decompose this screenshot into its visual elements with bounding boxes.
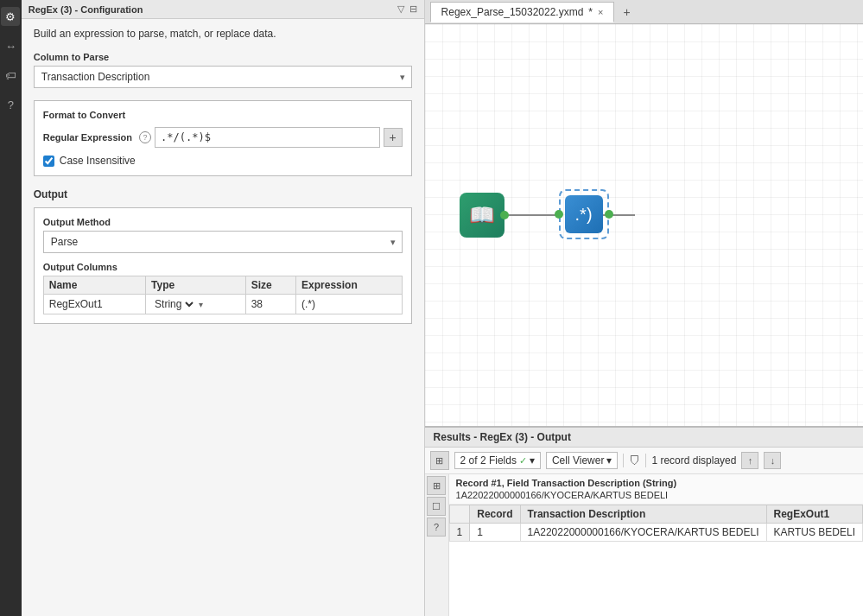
results-panel: Results - RegEx (3) - Output ⊞ 2 of 2 Fi… [425,426,863,616]
output-method-select[interactable]: Parse [43,231,403,253]
cell-viewer-dropdown[interactable]: Cell Viewer ▾ [546,452,618,469]
tag-icon[interactable]: 🏷 [1,66,20,85]
output-columns-table: Name Type Size Expression RegExOut1 Stri… [43,276,403,314]
type-select: String [151,297,196,311]
case-insensitive-checkbox[interactable] [43,156,54,167]
canvas-area[interactable]: 📖 .*) [425,24,863,426]
toolbar-separator-2 [645,454,646,467]
nav-down-button[interactable]: ↓ [764,452,781,469]
output-label: Output [34,188,412,200]
output-row-expression: (.*) [296,295,403,314]
column-section: Column to Parse Transaction Description … [34,52,412,88]
output-columns-label: Output Columns [43,262,403,272]
fields-check-icon: ✓ [519,455,527,467]
config-description: Build an expression to parse, match, or … [34,28,412,40]
record-count: 1 record displayed [651,454,736,467]
tab-modified-indicator: * [588,6,593,18]
regex-node-right-connector [605,210,613,219]
toolbar-separator-1 [623,454,624,467]
help-icon[interactable]: ? [1,95,20,114]
right-panel: Regex_Parse_15032022.yxmd * × + 📖 .*) [425,0,863,616]
preview-value: 1A22022000000166/KYOCERA/KARTUS BEDELI [456,490,856,500]
results-col-record: Record [470,505,520,524]
output-section: Output Output Method Parse ▾ Output Colu… [34,188,412,324]
row-regexout: KARTUS BEDELI [766,524,862,542]
case-insensitive-label[interactable]: Case Insensitive [60,155,136,167]
regex-node-icon: .*) [565,195,603,233]
regex-add-button[interactable]: + [384,128,403,147]
col-header-name: Name [43,276,145,295]
nav-up-button[interactable]: ↑ [741,452,758,469]
row-number: 1 [449,524,470,542]
config-panel: RegEx (3) - Configuration ▽ ⊟ Build an e… [22,0,425,616]
output-method-label: Output Method [43,217,403,227]
results-left-icons: ⊞ ☐ ? [425,474,449,616]
cell-viewer-arrow: ▾ [606,454,612,467]
cell-viewer-label: Cell Viewer [552,454,604,467]
results-icon-3[interactable]: ? [427,518,446,537]
results-col-transaction: Transaction Description [520,505,766,524]
input-node[interactable]: 📖 [460,193,504,238]
results-header: Results - RegEx (3) - Output [425,428,863,448]
output-table-row: RegExOut1 String ▾ 38 (.*) [43,295,402,314]
new-tab-button[interactable]: + [616,3,637,21]
case-insensitive-row: Case Insensitive [43,155,403,167]
regex-label: Regular Expression [43,132,132,143]
regex-node-left-connector [555,210,563,219]
results-table-wrapper: Record Transaction Description RegExOut1… [449,505,863,616]
regex-node-dashed: .*) [559,189,609,239]
col-header-type: Type [146,276,246,295]
regex-node[interactable]: .*) [559,189,609,239]
format-label: Format to Convert [43,110,403,120]
results-content: ⊞ ☐ ? Record #1, Field Transaction Descr… [425,474,863,616]
results-icon-1[interactable]: ⊞ [427,476,446,495]
preview-label: Record #1, Field Transaction Description… [456,478,856,488]
input-node-connector [500,211,509,219]
tab-active[interactable]: Regex_Parse_15032022.yxmd * × [430,2,615,22]
input-node-icon: 📖 [460,193,504,238]
column-select-wrapper: Transaction Description ▾ [34,66,412,88]
pin-icon[interactable]: ⊟ [409,3,417,15]
output-row-size: 38 [245,295,295,314]
record-preview: Record #1, Field Transaction Description… [449,474,863,505]
regex-input[interactable] [155,127,379,148]
fields-count-label: 2 of 2 Fields [460,454,517,467]
regex-row: Regular Expression ? + [43,127,403,148]
col-header-expression: Expression [296,276,403,295]
fields-dropdown-arrow: ▾ [530,454,535,467]
results-icon-2[interactable]: ☐ [427,497,446,516]
tab-title: Regex_Parse_15032022.yxmd [441,6,584,18]
row-record: 1 [470,524,520,542]
filter-icon: ⛉ [629,454,640,467]
results-col-num [449,505,470,524]
grid-view-icon[interactable]: ⊞ [430,451,449,470]
results-table: Record Transaction Description RegExOut1… [449,505,863,542]
config-header-actions: ▽ ⊟ [397,3,417,15]
connector-line-1 [507,214,559,216]
output-row-name: RegExOut1 [43,295,145,314]
output-box: Output Method Parse ▾ Output Columns Nam… [34,207,412,324]
config-body: Build an expression to parse, match, or … [22,19,424,616]
config-title: RegEx (3) - Configuration [29,4,143,15]
output-row-type[interactable]: String ▾ [146,295,246,314]
column-select[interactable]: Transaction Description [34,66,412,88]
sidebar-panel: ⚙ ↔ 🏷 ? [0,0,22,616]
column-label: Column to Parse [34,52,412,62]
tab-close-button[interactable]: × [598,7,603,17]
results-table-row: 1 1 1A22022000000166/KYOCERA/KARTUS BEDE… [449,524,862,542]
fields-dropdown[interactable]: 2 of 2 Fields ✓ ▾ [454,452,541,469]
results-toolbar: ⊞ 2 of 2 Fields ✓ ▾ Cell Viewer ▾ ⛉ 1 re… [425,448,863,474]
results-col-regexout: RegExOut1 [766,505,862,524]
workflow-area: 📖 .*) [425,24,863,426]
row-transaction: 1A22022000000166/KYOCERA/KARTUS BEDELI [520,524,766,542]
config-icon[interactable]: ⚙ [1,7,20,26]
regex-help-icon[interactable]: ? [139,131,151,143]
connections-icon[interactable]: ↔ [1,36,20,55]
minimize-icon[interactable]: ▽ [397,3,404,15]
format-box: Format to Convert Regular Expression ? +… [34,100,412,176]
config-header: RegEx (3) - Configuration ▽ ⊟ [22,0,424,19]
col-header-size: Size [245,276,295,295]
output-method-select-wrapper: Parse ▾ [43,231,403,253]
results-main: Record #1, Field Transaction Description… [449,474,863,616]
tab-bar: Regex_Parse_15032022.yxmd * × + [425,0,863,24]
